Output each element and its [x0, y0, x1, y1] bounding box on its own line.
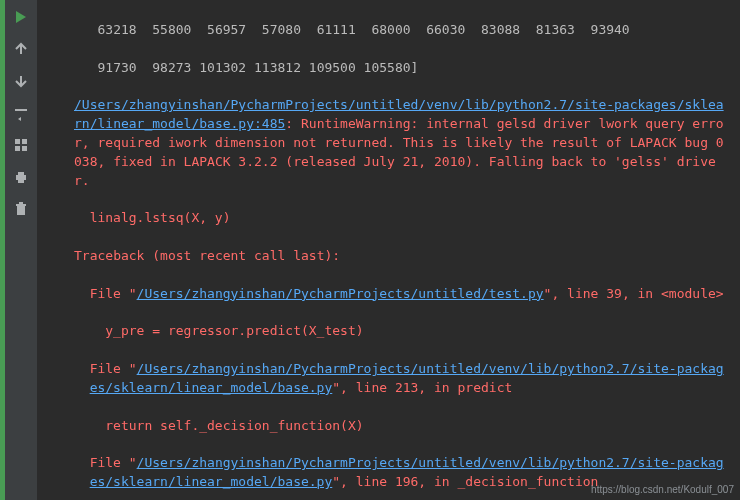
traceback-code: y_pre = regressor.predict(X_test) — [74, 322, 730, 341]
warning-code: linalg.lstsq(X, y) — [74, 209, 730, 228]
svg-rect-2 — [22, 139, 27, 144]
arrow-down-icon[interactable] — [12, 72, 30, 90]
svg-rect-9 — [16, 204, 26, 206]
watermark: https://blog.csdn.net/Kodulf_007 — [591, 483, 734, 498]
svg-rect-8 — [17, 206, 25, 215]
rerun-icon[interactable] — [12, 8, 30, 26]
output-numbers: 91730 98273 101302 113812 109500 105580] — [74, 59, 730, 78]
traceback-header: Traceback (most recent call last): — [74, 247, 730, 266]
console-output[interactable]: 63218 55800 56957 57080 61111 68000 6603… — [38, 0, 740, 500]
svg-rect-5 — [16, 175, 26, 180]
traceback-code: return self._decision_function(X) — [74, 417, 730, 436]
svg-rect-6 — [18, 172, 24, 175]
svg-rect-1 — [15, 139, 20, 144]
run-tool-gutter — [5, 0, 37, 500]
runtime-warning: /Users/zhangyinshan/PycharmProjects/unti… — [74, 96, 730, 190]
svg-rect-7 — [18, 180, 24, 183]
soft-wrap-icon[interactable] — [12, 104, 30, 122]
trash-icon[interactable] — [12, 200, 30, 218]
svg-rect-4 — [22, 146, 27, 151]
traceback-frame: File "/Users/zhangyinshan/PycharmProject… — [74, 285, 730, 304]
file-link[interactable]: /Users/zhangyinshan/PycharmProjects/unti… — [137, 286, 544, 301]
output-numbers: 63218 55800 56957 57080 61111 68000 6603… — [74, 21, 730, 40]
ide-run-panel: 63218 55800 56957 57080 61111 68000 6603… — [0, 0, 740, 500]
arrow-up-icon[interactable] — [12, 40, 30, 58]
svg-rect-10 — [19, 202, 23, 204]
traceback-frame: File "/Users/zhangyinshan/PycharmProject… — [74, 360, 730, 398]
scroll-to-end-icon[interactable] — [12, 136, 30, 154]
print-icon[interactable] — [12, 168, 30, 186]
svg-marker-0 — [16, 11, 26, 23]
svg-rect-3 — [15, 146, 20, 151]
